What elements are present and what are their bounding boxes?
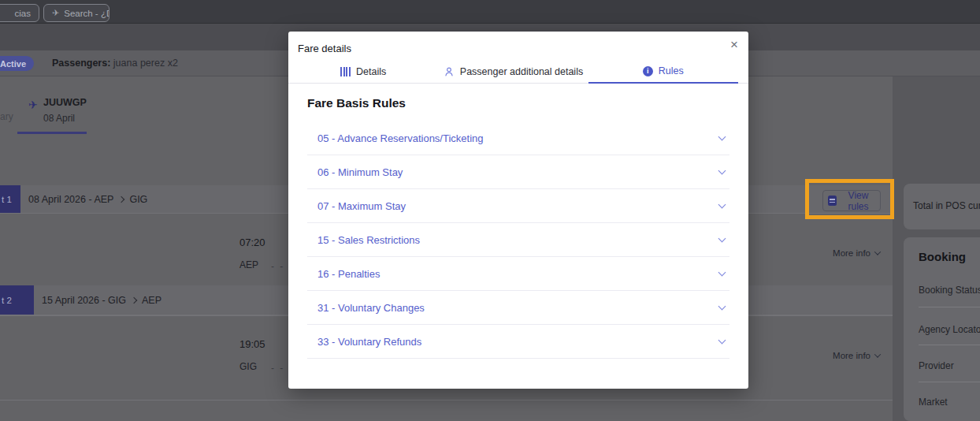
segment-1-route-dashes: - - - - - [271, 261, 290, 272]
info-icon: i [643, 66, 653, 76]
tab-rules[interactable]: i Rules [588, 60, 738, 84]
segment-1-destination: GIG [129, 194, 147, 205]
segment-2-title: 15 April 2026 - GIG AEP [34, 285, 161, 315]
partial-left-tab[interactable]: cias [0, 4, 39, 22]
modal-tabs: Details Passenger additional details i R… [288, 60, 738, 84]
booking-row-agency-locator-label: Agency Locator [919, 324, 980, 335]
tab-rules-label: Rules [659, 65, 684, 76]
segment-2-more-info-link[interactable]: More info [833, 351, 880, 360]
plane-icon: ✈ [52, 8, 59, 18]
booking-row-provider-label: Provider [919, 360, 954, 371]
tab-passenger-additional-details[interactable]: Passenger additional details [438, 60, 588, 84]
segment-1-more-info-link[interactable]: More info [833, 248, 880, 258]
chevron-down-icon [874, 248, 881, 255]
segment-2-flag: t 2 [0, 285, 34, 315]
tab-details[interactable]: Details [288, 60, 438, 84]
passengers-label: Passengers: [52, 58, 110, 69]
rule-label: 07 - Maximum Stay [307, 200, 406, 212]
rule-label: 16 - Penalties [307, 268, 380, 280]
segment-1-date-origin: 08 April 2026 - AEP [28, 194, 113, 205]
chevron-right-icon [131, 296, 137, 303]
partial-neighbor-tab[interactable]: ary [0, 111, 13, 122]
rule-row-advance-reservations[interactable]: 05 - Advance Reservations/Ticketing [307, 121, 729, 155]
chevron-down-icon [718, 268, 726, 276]
status-badge: Active [0, 56, 34, 71]
plane-departure-icon: ✈ [28, 99, 38, 111]
record-date: 08 April [43, 113, 75, 124]
segment-2-date-origin: 15 April 2026 - GIG [42, 295, 126, 306]
total-pos-currency-label: Total in POS currency [913, 200, 980, 211]
segment-2-departure-airport: GIG [239, 361, 257, 372]
segment-1-departure-airport: AEP [239, 259, 258, 270]
search-tab-label: Search - ¿Dónde ... [64, 9, 110, 18]
chevron-right-icon [118, 196, 124, 202]
total-pos-currency-card: Total in POS currency [904, 184, 980, 229]
tab-passenger-label: Passenger additional details [460, 66, 583, 77]
close-icon[interactable]: × [725, 35, 744, 54]
record-locator: JUUWGP [43, 97, 87, 108]
more-info-label: More info [833, 248, 870, 258]
booking-card: Booking Booking Status Agency Locator Pr… [904, 237, 980, 421]
fare-rules-list: 05 - Advance Reservations/Ticketing 06 -… [307, 121, 729, 359]
segment-2-departure-time: 19:05 [239, 338, 265, 350]
booking-card-title: Booking [919, 250, 966, 263]
segment-2-route-dashes: - - - - - [271, 363, 290, 374]
rule-label: 33 - Voluntary Refunds [307, 336, 421, 348]
passenger-person-icon [444, 66, 455, 77]
divider [919, 307, 980, 307]
rule-row-maximum-stay[interactable]: 07 - Maximum Stay [307, 189, 729, 223]
tab-details-label: Details [356, 66, 386, 77]
screenshot-root: cias ✈ Search - ¿Dónde ... Active Passen… [0, 0, 980, 421]
chevron-down-icon [718, 336, 726, 344]
segment-1-flag: t 1 [0, 185, 20, 213]
chevron-down-icon [718, 234, 726, 242]
booking-row-status-label: Booking Status [919, 285, 980, 296]
fare-details-modal: Fare details × Details Passenger additio… [288, 32, 748, 389]
rule-row-voluntary-changes[interactable]: 31 - Voluntary Changes [307, 291, 729, 325]
rule-label: 06 - Minimum Stay [307, 166, 403, 178]
tab-booking-juuwgp[interactable]: ✈ JUUWGP 08 April [17, 93, 87, 134]
rule-row-minimum-stay[interactable]: 06 - Minimum Stay [307, 155, 729, 189]
passengers-value: juana perez x2 [113, 58, 178, 69]
booking-row-market-label: Market [919, 397, 948, 408]
modal-title: Fare details [298, 43, 351, 54]
rule-label: 15 - Sales Restrictions [307, 234, 420, 246]
segment-1-departure-time: 07:20 [239, 237, 265, 248]
chevron-down-icon [718, 132, 726, 140]
search-tab[interactable]: ✈ Search - ¿Dónde ... [43, 4, 110, 22]
divider [919, 345, 980, 345]
chevron-down-icon [874, 351, 881, 357]
rule-row-sales-restrictions[interactable]: 15 - Sales Restrictions [307, 223, 729, 257]
divider [919, 382, 980, 382]
chevron-down-icon [718, 200, 726, 208]
more-info-label: More info [833, 351, 870, 360]
chevron-down-icon [718, 166, 726, 174]
top-tab-strip: cias ✈ Search - ¿Dónde ... [0, 0, 980, 24]
rule-row-penalties[interactable]: 16 - Penalties [307, 257, 729, 291]
divider [0, 400, 893, 401]
rule-label: 31 - Voluntary Changes [307, 302, 425, 314]
annotation-highlight-box [805, 179, 894, 219]
chevron-down-icon [718, 302, 726, 310]
passengers-text: Passengers: juana perez x2 [52, 58, 178, 69]
fare-basis-rules-heading: Fare Basis Rules [307, 96, 406, 110]
rule-row-voluntary-refunds[interactable]: 33 - Voluntary Refunds [307, 325, 729, 359]
segment-1-title: 08 April 2026 - AEP GIG [20, 185, 147, 213]
details-bars-icon [340, 67, 351, 76]
segment-2-destination: AEP [142, 295, 161, 306]
rule-label: 05 - Advance Reservations/Ticketing [307, 132, 484, 144]
partial-left-tab-label: cias [15, 9, 31, 18]
